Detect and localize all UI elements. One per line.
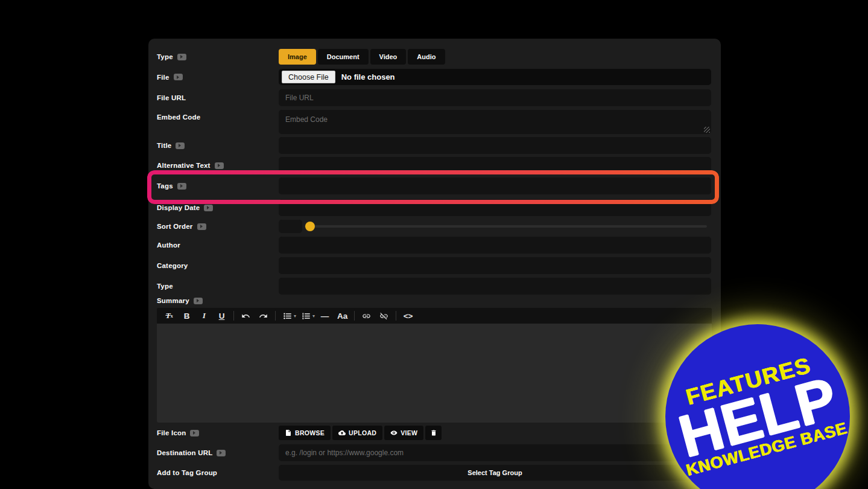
tags-label-text: Tags [157,182,173,190]
horizontal-rule-button[interactable]: — [316,309,334,322]
tags-label: Tags [157,182,186,190]
embed-code-label: Embed Code [157,113,200,121]
alt-text-label-text: Alternative Text [157,162,211,169]
bullet-list-caret-icon[interactable]: ▾ [294,313,296,319]
title-label: Title [157,142,185,149]
sort-order-label-text: Sort Order [157,223,193,230]
video-help-icon[interactable] [190,430,199,436]
document-icon [285,429,292,436]
sort-order-slider-thumb[interactable] [305,222,315,231]
tab-image[interactable]: Image [279,49,316,65]
title-label-text: Title [157,142,171,149]
type-row: Type Image Document Video Audio [148,49,721,65]
embed-code-textarea[interactable] [279,110,711,134]
redo-button[interactable] [255,309,272,322]
link-icon [362,312,371,321]
type2-row: Type [148,278,721,295]
author-input[interactable] [279,237,711,254]
display-date-row: Display Date [148,199,721,216]
summary-label-row: Summary [148,296,721,305]
file-icon-row: File Icon BROWSE UPLOAD VIEW [148,426,721,440]
summary-editor-content[interactable] [157,324,712,423]
summary-label-text: Summary [157,297,189,304]
file-url-input[interactable] [279,89,711,106]
toolbar-divider [396,311,396,321]
video-help-icon[interactable] [177,183,186,190]
cloud-upload-icon [338,429,346,436]
font-case-button[interactable]: Aa [334,309,351,322]
category-label: Category [157,262,188,269]
help-badge-text: FEATURES HELP KNOWLEDGE BASE [665,348,849,480]
video-help-icon[interactable] [204,205,213,211]
upload-button-label: UPLOAD [349,429,376,436]
sort-order-slider-track[interactable] [305,225,707,228]
numbered-list-caret-icon[interactable]: ▾ [312,313,315,319]
embed-code-label-text: Embed Code [157,113,200,121]
video-help-icon[interactable] [217,450,226,456]
summary-label: Summary [157,297,203,304]
display-date-label: Display Date [157,204,213,211]
file-url-label-text: File URL [157,94,186,101]
video-help-icon[interactable] [194,298,203,304]
file-label-text: File [157,74,169,81]
file-input[interactable]: Choose File No file chosen [279,69,711,85]
video-help-icon[interactable] [177,54,186,60]
file-label: File [157,74,183,81]
link-button[interactable] [358,309,375,322]
delete-file-icon-button[interactable] [425,426,442,440]
tags-input[interactable] [279,177,711,194]
upload-button[interactable]: UPLOAD [332,426,382,440]
unlink-button[interactable] [375,309,393,322]
summary-editor-toolbar: Tx B I U ▾ ▾ — Aa <> [157,308,712,324]
browse-button[interactable]: BROWSE [279,426,331,440]
textarea-resize-handle[interactable] [704,127,710,133]
file-row: File Choose File No file chosen [148,69,721,85]
video-help-icon[interactable] [197,223,206,230]
undo-button[interactable] [237,309,255,322]
destination-url-input[interactable] [279,444,711,461]
tag-group-row: Add to Tag Group Select Tag Group [148,465,721,481]
choose-file-button[interactable]: Choose File [282,71,335,83]
file-url-row: File URL [148,89,721,106]
display-date-input[interactable] [279,199,711,216]
trash-icon [430,429,437,436]
code-view-button[interactable]: <> [399,309,417,322]
redo-icon [259,312,268,321]
video-help-icon[interactable] [174,74,183,80]
file-icon-label: File Icon [157,429,199,436]
destination-url-row: Destination URL [148,444,721,461]
unlink-icon [379,312,388,321]
author-label-text: Author [157,241,180,249]
underline-button[interactable]: U [213,309,230,322]
italic-button[interactable]: I [195,309,213,322]
clear-formatting-sub: x [171,313,173,319]
title-row: Title [148,137,721,154]
type2-input[interactable] [279,278,711,295]
type-tabs: Image Document Video Audio [279,49,711,65]
type-label-text: Type [157,53,173,60]
alt-text-label: Alternative Text [157,162,224,169]
video-help-icon[interactable] [215,162,224,169]
tag-group-label-text: Add to Tag Group [157,469,217,476]
clear-formatting-icon: T [165,311,170,321]
tag-group-label: Add to Tag Group [157,469,217,476]
toolbar-divider [233,311,234,321]
title-input[interactable] [279,137,711,154]
video-help-icon[interactable] [176,142,185,149]
clear-formatting-button[interactable]: Tx [160,309,178,322]
bullet-list-icon [283,312,292,321]
tab-video[interactable]: Video [370,49,407,65]
tab-audio[interactable]: Audio [408,49,445,65]
alt-text-input[interactable] [279,157,711,174]
numbered-list-icon [302,312,311,321]
sort-order-number-input[interactable] [279,220,302,233]
select-tag-group-button[interactable]: Select Tag Group [279,465,711,481]
view-button[interactable]: VIEW [384,426,423,440]
bold-button[interactable]: B [178,309,195,322]
destination-url-label-text: Destination URL [157,449,212,456]
view-button-label: VIEW [401,429,417,436]
tab-document[interactable]: Document [318,49,369,65]
author-row: Author [148,237,721,254]
category-input[interactable] [279,257,711,274]
sort-order-label: Sort Order [157,223,206,230]
